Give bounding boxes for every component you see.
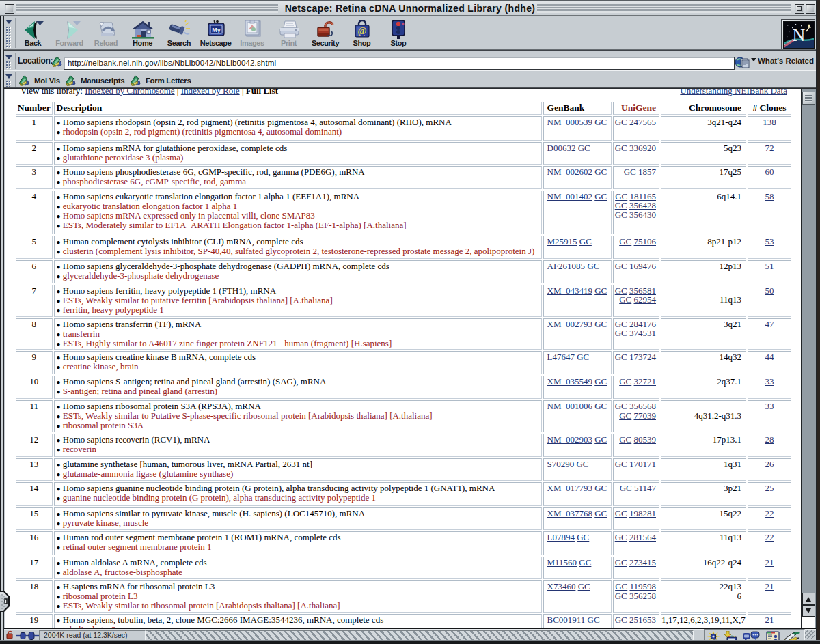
svg-text:My: My xyxy=(212,27,221,33)
svg-text:@: @ xyxy=(357,26,366,36)
svg-text:N: N xyxy=(793,25,806,45)
